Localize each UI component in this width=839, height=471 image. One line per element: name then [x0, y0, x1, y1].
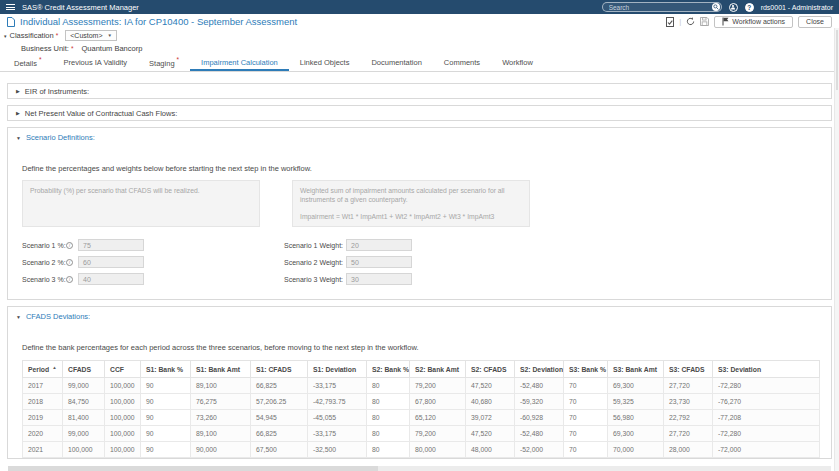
table-cell: 48,000 — [466, 442, 515, 458]
section-cfads-deviations: ▼ CFADS Deviations: Define the bank perc… — [7, 306, 832, 459]
column-header-s1-cfads[interactable]: S1: CFADS — [251, 361, 308, 378]
bank-pct-cell[interactable]: 90 — [141, 394, 191, 410]
expand-arrow-icon[interactable]: ▶ — [16, 88, 20, 94]
help-icon[interactable]: ? — [745, 3, 754, 12]
column-header-cfads[interactable]: CFADS — [63, 361, 105, 378]
tab-label: Comments — [444, 58, 480, 67]
horizontal-scrollbar-thumb[interactable] — [8, 466, 378, 471]
tab-previous-ia-validity[interactable]: Previous IA Validity — [52, 55, 138, 71]
app-bar: SAS® Credit Assessment Manager ? rds0001… — [0, 0, 839, 14]
tab-staging[interactable]: Staging* — [138, 53, 190, 72]
column-header-s2-deviation[interactable]: S2: Deviation — [515, 361, 564, 378]
column-header-s1-bank-amt[interactable]: S1: Bank Amt — [191, 361, 251, 378]
close-button[interactable]: Close — [798, 16, 832, 28]
column-header-period[interactable]: Period▲ — [23, 361, 63, 378]
table-cell: 100,000 — [105, 426, 141, 442]
column-header-s3-deviation[interactable]: S3: Deviation — [713, 361, 820, 378]
collapse-arrow-icon[interactable]: ▼ — [16, 314, 21, 320]
vertical-scrollbar-thumb[interactable] — [836, 30, 838, 90]
app-title: SAS® Credit Assessment Manager — [22, 3, 139, 12]
table-row: 201799,000100,0009089,10066,825-33,17580… — [23, 378, 820, 394]
table-cell: 76,275 — [191, 394, 251, 410]
refresh-icon[interactable] — [686, 17, 695, 26]
column-header-s2-cfads[interactable]: S2: CFADS — [466, 361, 515, 378]
column-header-s1-deviation[interactable]: S1: Deviation — [308, 361, 367, 378]
required-asterisk: * — [71, 45, 74, 52]
section-npv[interactable]: ▶ Net Present Value of Contractual Cash … — [7, 105, 832, 121]
info-icon[interactable]: i — [66, 242, 73, 249]
bank-pct-cell[interactable]: 80 — [367, 394, 410, 410]
info-icon[interactable]: i — [66, 259, 73, 266]
column-header-s2-bank-amt[interactable]: S2: Bank Amt — [410, 361, 466, 378]
bank-pct-cell[interactable]: 80 — [367, 410, 410, 426]
column-header-label: S3: CFADS — [669, 366, 705, 373]
bank-pct-cell[interactable]: 80 — [367, 378, 410, 394]
weight-info-box: Weighted sum of impairment amounts calcu… — [292, 180, 530, 227]
column-header-label: S1: Bank Amt — [196, 366, 240, 373]
vertical-scrollbar[interactable] — [834, 28, 839, 471]
validate-icon[interactable] — [666, 17, 674, 27]
table-cell: 100,000 — [63, 442, 105, 458]
scenario-3-pct-label: Scenario 3 %: — [22, 276, 66, 283]
table-cell: 40,680 — [466, 394, 515, 410]
table-cell: 39,072 — [466, 410, 515, 426]
table-cell: 2019 — [23, 410, 63, 426]
scenario-1-weight-input: 20 — [346, 239, 412, 251]
table-cell: -77,208 — [713, 410, 820, 426]
column-header-s3-bank-amt[interactable]: S3: Bank Amt — [608, 361, 664, 378]
table-cell: -72,000 — [713, 442, 820, 458]
column-header-s1-bank-[interactable]: S1: Bank % — [141, 361, 191, 378]
column-header-label: Period — [28, 366, 49, 373]
bank-pct-cell[interactable]: 70 — [564, 426, 608, 442]
user-account-icon[interactable] — [729, 3, 738, 12]
bank-pct-cell[interactable]: 70 — [564, 394, 608, 410]
column-header-s2-bank-[interactable]: S2: Bank % — [367, 361, 410, 378]
column-header-s3-cfads[interactable]: S3: CFADS — [664, 361, 713, 378]
bank-pct-cell[interactable]: 90 — [141, 410, 191, 426]
toolbar-divider: | — [679, 17, 681, 26]
tab-impairment-calculation[interactable]: Impairment Calculation — [190, 55, 289, 71]
column-header-s3-bank-[interactable]: S3: Bank % — [564, 361, 608, 378]
column-header-ccf[interactable]: CCF — [105, 361, 141, 378]
bank-pct-cell[interactable]: 70 — [564, 378, 608, 394]
table-cell: -33,175 — [308, 426, 367, 442]
tab-linked-objects[interactable]: Linked Objects — [289, 55, 361, 71]
menu-icon[interactable] — [6, 4, 15, 10]
bank-pct-cell[interactable]: 90 — [141, 378, 191, 394]
table-cell: -33,175 — [308, 378, 367, 394]
classification-label: Classification — [10, 31, 54, 40]
tab-workflow[interactable]: Workflow — [491, 55, 544, 71]
section-eir[interactable]: ▶ EIR of Instruments: — [7, 83, 832, 99]
collapse-caret-icon[interactable]: ▾ — [4, 33, 7, 39]
scenario-3-weight-input: 30 — [346, 273, 412, 285]
info-icon[interactable]: i — [66, 276, 73, 283]
bank-pct-cell[interactable]: 70 — [564, 442, 608, 458]
search-box[interactable] — [602, 2, 722, 12]
bank-pct-cell[interactable]: 90 — [141, 442, 191, 458]
search-icon[interactable] — [712, 3, 720, 11]
bank-pct-cell[interactable]: 80 — [367, 442, 410, 458]
tab-comments[interactable]: Comments — [433, 55, 491, 71]
expand-arrow-icon[interactable]: ▶ — [16, 110, 20, 116]
section-cfads-header[interactable]: ▼ CFADS Deviations: — [8, 307, 831, 321]
section-scenario-header[interactable]: ▼ Scenario Definitions: — [8, 128, 831, 142]
cfads-description: Define the bank percentages for each per… — [22, 343, 831, 352]
table-cell: 22,792 — [664, 410, 713, 426]
tab-documentation[interactable]: Documentation — [360, 55, 432, 71]
search-input[interactable] — [609, 4, 712, 11]
horizontal-scrollbar[interactable] — [8, 466, 831, 471]
table-cell: 90,000 — [191, 442, 251, 458]
bank-pct-cell[interactable]: 90 — [141, 426, 191, 442]
save-icon[interactable] — [700, 17, 709, 26]
workflow-actions-button[interactable]: Workflow actions — [714, 16, 793, 28]
probability-info-box: Probability (%) per scenario that CFADS … — [22, 180, 260, 227]
classification-dropdown[interactable]: <Custom> ▼ — [65, 30, 117, 41]
business-unit-value: Quantum Bancorp — [81, 44, 142, 53]
bank-pct-cell[interactable]: 70 — [564, 410, 608, 426]
scenario-3-pct-input: 40 — [78, 273, 144, 285]
tab-details[interactable]: Details* — [3, 53, 52, 72]
column-header-label: S1: Bank % — [146, 366, 183, 373]
close-label: Close — [806, 18, 824, 25]
bank-pct-cell[interactable]: 80 — [367, 426, 410, 442]
collapse-arrow-icon[interactable]: ▼ — [16, 135, 21, 141]
